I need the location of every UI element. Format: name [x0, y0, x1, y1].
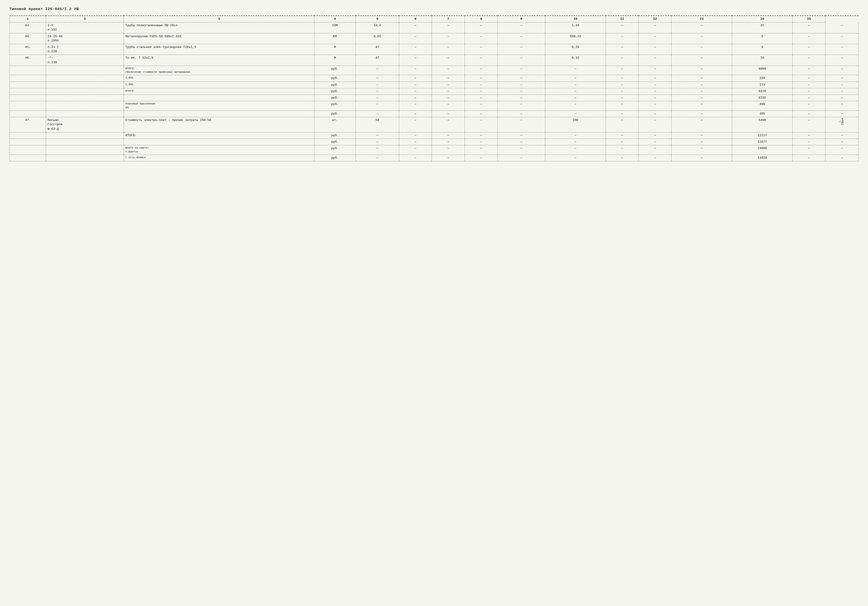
- table-row: ИТОГО:руб.—————————6229——: [10, 88, 859, 94]
- page-title: Типовой проект I25-045/I.2 УШ: [9, 7, 859, 11]
- table-cell: [46, 95, 124, 101]
- row-c11: —: [639, 22, 671, 33]
- row-c15: —: [826, 44, 859, 55]
- row-mark: 24-I6-49 п.I056: [46, 33, 124, 44]
- table-row: 2,88%руб.—————————I73——: [10, 82, 859, 88]
- table-cell: —: [606, 95, 639, 101]
- header-col8: 8: [465, 16, 498, 22]
- table-cell: —: [671, 95, 732, 101]
- table-cell: —: [545, 139, 606, 145]
- table-cell: —: [356, 155, 399, 161]
- table-row: 3,66%руб.—————————220——: [10, 75, 859, 82]
- table-cell: [46, 111, 124, 117]
- row-mark: п.Iч.I п.I28: [46, 44, 124, 55]
- row-c13: 6: [732, 33, 792, 44]
- row-c4: 54: [356, 117, 399, 132]
- table-row: руб.—————————I2077——: [10, 139, 859, 145]
- table-cell: —: [792, 75, 826, 82]
- table-cell: —: [432, 111, 465, 117]
- table-cell: —: [432, 145, 465, 155]
- table-cell: 495: [732, 111, 792, 117]
- table-cell: —: [465, 75, 498, 82]
- table-cell: —: [671, 66, 732, 75]
- table-cell: [10, 139, 46, 145]
- table-cell: —: [792, 145, 826, 155]
- table-cell: —: [465, 132, 498, 139]
- table-cell: —: [356, 66, 399, 75]
- table-cell: —: [498, 88, 545, 94]
- table-cell: —: [792, 132, 826, 139]
- table-cell: —: [639, 111, 671, 117]
- row-c7: —: [465, 33, 498, 44]
- table-cell: —: [606, 155, 639, 161]
- table-row: руб.—————————495——: [10, 111, 859, 117]
- table-cell: —: [432, 155, 465, 161]
- table-cell: —: [465, 145, 498, 155]
- row-c14: —: [792, 22, 826, 33]
- table-cell: —: [639, 88, 671, 94]
- table-cell: [10, 95, 46, 101]
- row-c9: I00: [545, 117, 606, 132]
- table-cell: 220: [732, 75, 792, 82]
- table-cell: Плановые накопления 8%: [124, 101, 314, 111]
- table-cell: руб.: [314, 95, 356, 101]
- header-col11: II: [606, 16, 639, 22]
- table-row: ИТОГО: Увеличение стоимости привозных ма…: [10, 66, 859, 75]
- table-cell: [46, 132, 124, 139]
- row-mark: Письмо Госстроя № 63-Д: [46, 117, 124, 132]
- table-cell: —: [792, 66, 826, 75]
- row-c10: —: [606, 22, 639, 33]
- row-num: 43.: [10, 22, 46, 33]
- header-col13: I3: [671, 16, 732, 22]
- row-c9: 599,I4: [545, 33, 606, 44]
- header-col14: I4: [732, 16, 792, 22]
- table-cell: —: [432, 88, 465, 94]
- table-cell: руб.: [314, 101, 356, 111]
- table-cell: [124, 95, 314, 101]
- table-cell: —: [671, 75, 732, 82]
- table-cell: —: [498, 66, 545, 75]
- table-cell: —: [356, 139, 399, 145]
- table-cell: 498: [732, 101, 792, 111]
- table-cell: —: [545, 132, 606, 139]
- row-c15: —: [826, 33, 859, 44]
- table-cell: —: [606, 82, 639, 88]
- table-cell: —: [639, 95, 671, 101]
- table-cell: —: [356, 82, 399, 88]
- table-cell: [46, 139, 124, 145]
- table-cell: —: [606, 139, 639, 145]
- table-cell: —: [356, 95, 399, 101]
- table-cell: —: [639, 101, 671, 111]
- table-cell: [10, 75, 46, 82]
- row-c5: —: [399, 117, 432, 132]
- table-cell: —: [465, 95, 498, 101]
- table-cell: —: [465, 139, 498, 145]
- table-cell: 2,88%: [124, 82, 314, 88]
- table-cell: руб.: [314, 145, 356, 155]
- table-cell: —: [826, 111, 859, 117]
- table-cell: —: [606, 66, 639, 75]
- row-c15: —I6о4: [826, 117, 859, 132]
- table-cell: I4660: [732, 145, 792, 155]
- table-cell: —: [498, 145, 545, 155]
- table-cell: ИТОГО: Увеличение стоимости привозных ма…: [124, 66, 314, 75]
- row-c15: —: [826, 22, 859, 33]
- table-cell: г.Усть-Илимск: [124, 155, 314, 161]
- table-cell: —: [399, 95, 432, 101]
- table-cell: —: [432, 101, 465, 111]
- row-c7: —: [465, 117, 498, 132]
- row-c12: —: [671, 44, 732, 55]
- table-row: 44.24-I6-49 п.I056Металлорукав РЗПХ-50 5…: [10, 33, 859, 44]
- table-cell: —: [826, 155, 859, 161]
- table-cell: —: [465, 101, 498, 111]
- row-c8: —: [498, 117, 545, 132]
- header-col7: 7: [432, 16, 465, 22]
- table-cell: —: [792, 139, 826, 145]
- table-cell: —: [671, 88, 732, 94]
- table-cell: —: [465, 66, 498, 75]
- table-cell: —: [606, 111, 639, 117]
- row-name: Труба полиэтиленовая ПШ 25сл: [124, 22, 314, 33]
- header-col1: 1: [10, 16, 46, 22]
- table-cell: руб.: [314, 111, 356, 117]
- row-c14: —: [792, 117, 826, 132]
